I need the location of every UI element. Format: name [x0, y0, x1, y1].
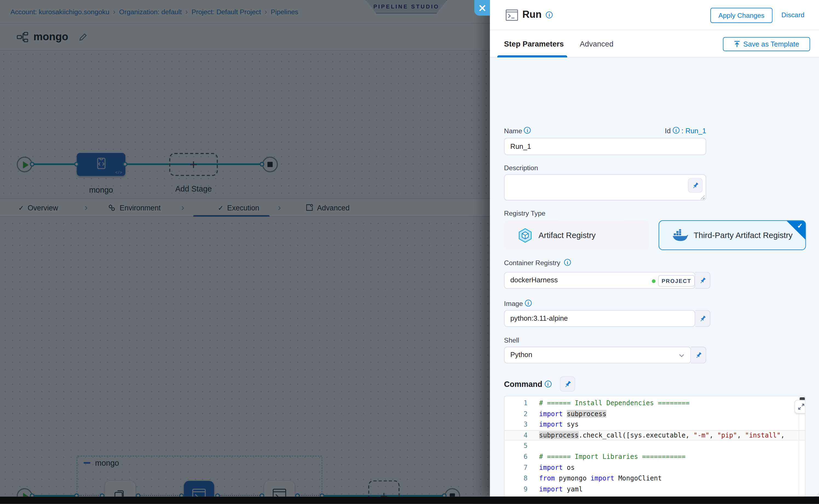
description-label: Description [504, 164, 538, 172]
pin-icon [699, 277, 706, 284]
step-config-panel: Run i Apply Changes Discard Step Paramet… [490, 0, 819, 497]
line-number: 8 [505, 473, 539, 484]
code-line[interactable]: 6# ====== Import Libraries =========== [505, 451, 805, 462]
code-text: from pymongo import MongoClient [539, 473, 805, 484]
command-pin-button[interactable] [560, 376, 575, 392]
discard-button[interactable]: Discard [782, 11, 804, 19]
shell-label: Shell [504, 336, 519, 344]
shell-pin-button[interactable] [691, 347, 706, 363]
chevron-down-icon[interactable] [679, 354, 684, 357]
pipeline-studio-screen: Account: kurosakiichigo.songoku›Organiza… [0, 0, 819, 504]
pin-icon [692, 182, 699, 189]
id-readout: Id i : Run_1 [650, 127, 706, 135]
image-value: python:3.11-alpine [510, 314, 568, 322]
code-line[interactable]: 8from pymongo import MongoClient [505, 473, 805, 484]
bottom-edge [0, 497, 819, 504]
panel-body: Name i Id i : Run_1 Description Registry… [490, 57, 819, 497]
info-icon[interactable]: i [524, 127, 531, 134]
container-registry-value: dockerHarness [510, 276, 558, 284]
code-text: # ====== Import Libraries =========== [539, 451, 805, 462]
info-icon[interactable]: i [525, 300, 532, 306]
info-icon[interactable]: i [564, 259, 571, 266]
panel-tab-bar: Step Parameters Advanced Save as Templat… [490, 30, 819, 57]
description-pin-button[interactable] [688, 178, 702, 193]
code-text: import subprocess [539, 409, 805, 419]
id-value: Run_1 [685, 127, 706, 135]
command-code-editor[interactable]: 1# ====== Install Dependencies ========2… [504, 396, 805, 496]
info-icon[interactable]: i [546, 11, 553, 18]
container-registry-pin-button[interactable] [695, 272, 710, 289]
editor-expand-button[interactable] [794, 400, 805, 414]
run-step-icon [506, 9, 518, 23]
shell-select[interactable]: Python [504, 347, 691, 363]
image-field[interactable]: python:3.11-alpine [504, 310, 695, 327]
code-line[interactable]: 7import os [505, 462, 805, 473]
panel-title: Run [522, 9, 542, 20]
pipeline-studio-background: Account: kurosakiichigo.songoku›Organiza… [0, 0, 490, 497]
name-label: Name i [504, 127, 531, 135]
line-number: 5 [505, 441, 539, 451]
info-icon[interactable]: i [673, 127, 680, 134]
line-number: 7 [505, 462, 539, 473]
container-registry-label: Container Registry i [504, 259, 571, 267]
shell-value: Python [510, 351, 532, 359]
registry-option-third-party-selected[interactable]: Third-Party Artifact Registry ✓ [659, 220, 806, 250]
container-registry-field[interactable]: dockerHarness PROJECT [504, 272, 695, 289]
name-input[interactable] [504, 138, 706, 155]
panel-header: Run i Apply Changes Discard [490, 0, 819, 30]
code-text: import yaml [539, 484, 805, 494]
registry-option-artifact[interactable]: Artifact Registry [504, 220, 649, 250]
image-label: Image i [504, 300, 532, 308]
line-number: 2 [505, 409, 539, 419]
code-line[interactable]: 3import sys [505, 419, 805, 430]
code-text: # ====== Install Dependencies ======== [539, 398, 805, 409]
code-line[interactable]: 4subprocess.check_call([sys.executable, … [505, 430, 805, 441]
active-tab-underline [497, 55, 568, 57]
line-number: 4 [505, 430, 539, 441]
code-line[interactable]: 2import subprocess [505, 409, 805, 419]
code-text: subprocess.check_call([sys.executable, "… [539, 430, 805, 441]
artifact-registry-icon [518, 228, 533, 242]
apply-changes-button[interactable]: Apply Changes [710, 8, 772, 23]
info-icon[interactable]: i [545, 381, 551, 387]
code-line[interactable]: 9import yaml [505, 484, 805, 494]
image-pin-button[interactable] [695, 310, 710, 327]
code-text [539, 441, 805, 451]
line-number: 10 [505, 495, 539, 497]
code-text: import json [539, 495, 805, 497]
registry-type-label: Registry Type [504, 209, 545, 217]
code-line[interactable]: 5 [505, 441, 805, 451]
connectivity-status-dot [652, 279, 655, 283]
code-line[interactable]: 1# ====== Install Dependencies ======== [505, 398, 805, 409]
code-line[interactable]: 10import json [505, 495, 805, 497]
tab-step-parameters[interactable]: Step Parameters [504, 40, 564, 48]
line-number: 9 [505, 484, 539, 494]
docker-icon [672, 229, 688, 241]
tab-advanced[interactable]: Advanced [580, 40, 614, 48]
line-number: 3 [505, 419, 539, 430]
pin-icon [564, 380, 571, 388]
scope-badge: PROJECT [658, 275, 695, 287]
code-text: import sys [539, 419, 805, 430]
description-textarea[interactable] [504, 174, 706, 200]
expand-icon [798, 404, 804, 410]
code-text: import os [539, 462, 805, 473]
code-lines: 1# ====== Install Dependencies ========2… [505, 398, 805, 497]
pin-icon [695, 352, 702, 358]
line-number: 6 [505, 451, 539, 462]
save-as-template-button[interactable]: Save as Template [723, 37, 810, 51]
selected-check-icon: ✓ [797, 222, 803, 230]
close-panel-button[interactable] [475, 0, 490, 16]
upload-icon [734, 41, 740, 48]
close-icon [479, 4, 486, 11]
command-label: Command i [504, 380, 551, 388]
line-number: 1 [505, 398, 539, 409]
modal-dim-overlay [0, 0, 490, 497]
pin-icon [699, 315, 706, 322]
